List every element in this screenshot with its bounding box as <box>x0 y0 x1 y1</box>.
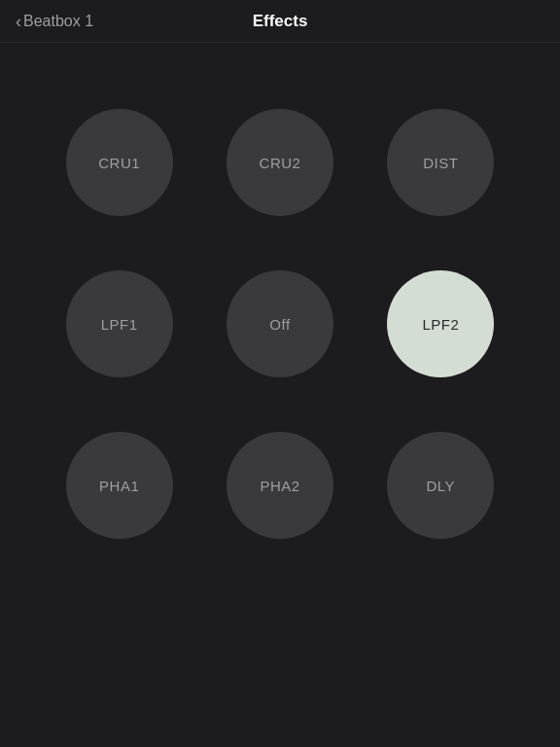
effect-cell-cru2: CRU2 <box>199 91 360 233</box>
effect-button-lpf2[interactable]: LPF2 <box>387 270 494 377</box>
effect-cell-cru1: CRU1 <box>39 91 199 233</box>
effect-button-cru1[interactable]: CRU1 <box>66 109 173 216</box>
effect-cell-pha2: PHA2 <box>199 414 360 556</box>
effect-button-pha1[interactable]: PHA1 <box>66 432 173 539</box>
effect-button-dist[interactable]: DIST <box>387 109 494 216</box>
back-button[interactable]: ‹ Beatbox 1 <box>8 9 101 34</box>
effect-button-dly[interactable]: DLY <box>387 432 494 539</box>
effect-button-off[interactable]: Off <box>227 270 333 377</box>
effect-cell-pha1: PHA1 <box>39 414 199 556</box>
effect-button-lpf1[interactable]: LPF1 <box>66 270 173 377</box>
effect-cell-off: Off <box>199 253 360 395</box>
effect-cell-lpf1: LPF1 <box>39 253 199 395</box>
effect-button-pha2[interactable]: PHA2 <box>227 432 333 539</box>
page-title: Effects <box>253 12 308 31</box>
back-label: Beatbox 1 <box>23 13 93 30</box>
back-chevron-icon: ‹ <box>16 13 21 30</box>
effect-cell-dist: DIST <box>361 91 521 233</box>
effect-cell-lpf2: LPF2 <box>361 253 521 395</box>
effect-cell-dly: DLY <box>361 414 521 556</box>
app-header: ‹ Beatbox 1 Effects <box>0 0 560 43</box>
effects-grid: CRU1CRU2DISTLPF1OffLPF2PHA1PHA2DLY <box>0 62 560 586</box>
effect-button-cru2[interactable]: CRU2 <box>227 109 333 216</box>
